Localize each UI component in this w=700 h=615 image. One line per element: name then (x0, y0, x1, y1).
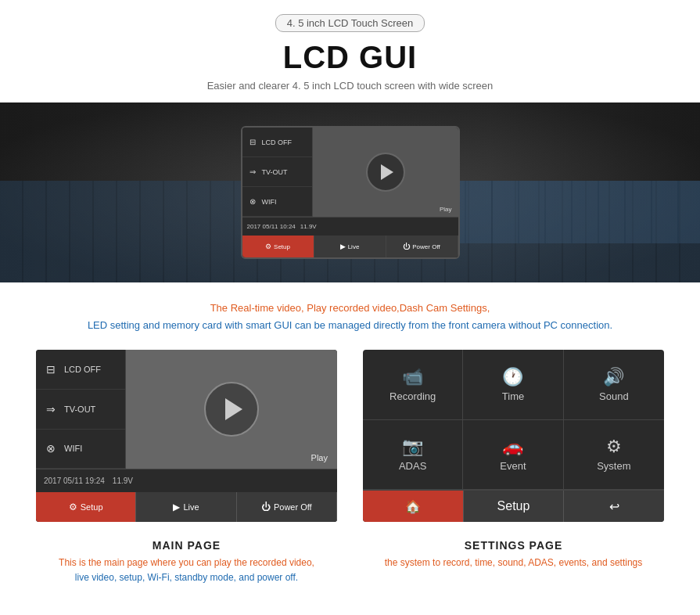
panel-live-icon: ▶ (173, 502, 180, 512)
panel-play-circle (204, 382, 259, 437)
hero-banner: ⊟ LCD OFF ⇒ TV-OUT ⊗ WIFI Play (0, 102, 700, 282)
main-screen: ⊟ LCD OFF ⇒ TV-OUT ⊗ WIFI (36, 350, 337, 522)
play-arrow-icon (381, 164, 393, 180)
recording-icon: 📹 (402, 367, 423, 387)
home-icon: 🏠 (405, 499, 421, 514)
settings-page-title: SETTINGS PAGE (363, 539, 664, 552)
system-label: System (597, 460, 630, 472)
settings-page-panel: 📹 Recording 🕐 Time 🔊 Sound 📷 ADAS 🚗 (363, 350, 664, 522)
live-icon: ▶ (340, 243, 346, 250)
panel-left-menu: ⊟ LCD OFF ⇒ TV-OUT ⊗ WIFI (36, 350, 126, 469)
panel-setup-icon: ⚙ (69, 502, 77, 512)
lcd-voltage: 11.9V (300, 223, 317, 230)
panel-wifi-icon: ⊗ (44, 442, 58, 455)
settings-cell-adas[interactable]: 📷 ADAS (363, 420, 463, 491)
setup-label: Setup (497, 499, 530, 513)
lcd-play-circle (366, 153, 405, 192)
panel-menu-tvout: ⇒ TV-OUT (36, 390, 125, 430)
adas-icon: 📷 (402, 437, 423, 457)
panel-btn-power[interactable]: ⏻ Power Off (237, 492, 337, 522)
settings-page-caption: SETTINGS PAGE the system to record, time… (363, 530, 664, 585)
event-label: Event (500, 460, 526, 472)
time-icon: 🕐 (502, 367, 523, 387)
desc-line1: The Real-time video, Play recorded video… (47, 300, 653, 317)
subtitle: Easier and clearer 4. 5 inch LCD touch s… (0, 80, 700, 92)
wifi-icon: ⊗ (247, 196, 258, 207)
lcd-bottom-bar: ⚙ Setup ▶ Live ⏻ Power Off (242, 236, 458, 257)
panel-info-bar: 2017 05/11 19:24 11.9V (36, 469, 337, 492)
panel-voltage: 11.9V (113, 477, 133, 485)
main-page-caption: MAIN PAGE This is the main page where yo… (36, 530, 337, 585)
hero-menu-item-lcd: ⊟ LCD OFF (242, 128, 312, 157)
lcd-btn-live[interactable]: ▶ Live (314, 236, 386, 257)
panel-btn-setup[interactable]: ⚙ Setup (36, 492, 136, 522)
badge-wrapper: 4. 5 inch LCD Touch Screen (0, 0, 700, 32)
time-label: Time (502, 390, 524, 402)
settings-cell-sound[interactable]: 🔊 Sound (564, 350, 664, 420)
lcd-btn-setup[interactable]: ⚙ Setup (242, 236, 314, 257)
panel-play-arrow-icon (225, 398, 242, 420)
sound-label: Sound (599, 390, 629, 402)
panel-play-area: Play (126, 350, 337, 469)
lcd-datetime: 2017 05/11 10:24 (247, 223, 296, 230)
panel-play-label: Play (311, 453, 328, 462)
main-page-caption-text: This is the main page where you can play… (36, 556, 337, 585)
hero-menu-item-tvout: ⇒ TV-OUT (242, 157, 312, 187)
panel-menu-lcd: ⊟ LCD OFF (36, 350, 125, 390)
settings-cell-recording[interactable]: 📹 Recording (363, 350, 463, 420)
page-title: LCD GUI (0, 32, 700, 80)
recording-label: Recording (389, 390, 436, 402)
lcd-info-bar: 2017 05/11 10:24 11.9V (242, 217, 458, 236)
settings-cell-system[interactable]: ⚙ System (564, 420, 664, 491)
panels-captions: MAIN PAGE This is the main page where yo… (0, 530, 700, 585)
description: The Real-time video, Play recorded video… (0, 300, 700, 334)
sound-icon: 🔊 (603, 367, 624, 387)
main-page-panel: ⊟ LCD OFF ⇒ TV-OUT ⊗ WIFI (36, 350, 337, 522)
desc-line2-text: LED setting and memory card with smart G… (88, 319, 612, 331)
lcd-play-area: Play (313, 128, 458, 217)
panel-menu-wifi: ⊗ WIFI (36, 430, 125, 469)
event-icon: 🚗 (502, 437, 523, 457)
settings-cell-time[interactable]: 🕐 Time (463, 350, 563, 420)
adas-label: ADAS (399, 460, 426, 472)
settings-btn-back[interactable]: ↩ (564, 491, 664, 522)
lcd-left-menu: ⊟ LCD OFF ⇒ TV-OUT ⊗ WIFI (242, 128, 313, 217)
panels-row: ⊟ LCD OFF ⇒ TV-OUT ⊗ WIFI (0, 350, 700, 522)
lcd-off-icon: ⊟ (247, 137, 258, 148)
panel-power-icon: ⏻ (261, 502, 271, 512)
system-icon: ⚙ (606, 437, 622, 457)
hero-menu-item-wifi: ⊗ WIFI (242, 187, 312, 217)
main-page-title: MAIN PAGE (36, 539, 337, 552)
panel-btn-live[interactable]: ▶ Live (136, 492, 236, 522)
settings-grid: 📹 Recording 🕐 Time 🔊 Sound 📷 ADAS 🚗 (363, 350, 664, 491)
lcd-device-hero: ⊟ LCD OFF ⇒ TV-OUT ⊗ WIFI Play (241, 126, 460, 259)
settings-bottom-bar: 🏠 Setup ↩ (363, 491, 664, 522)
badge-label: 4. 5 inch LCD Touch Screen (275, 14, 425, 32)
panel-tvout-icon: ⇒ (44, 403, 58, 415)
power-icon: ⏻ (403, 243, 410, 250)
tvout-icon: ⇒ (247, 167, 258, 178)
settings-screen: 📹 Recording 🕐 Time 🔊 Sound 📷 ADAS 🚗 (363, 350, 664, 522)
settings-btn-setup[interactable]: Setup (464, 491, 565, 522)
setup-icon: ⚙ (265, 243, 271, 250)
desc-line2: LED setting and memory card with smart G… (47, 317, 653, 334)
settings-btn-home[interactable]: 🏠 (363, 491, 464, 522)
lcd-screen: ⊟ LCD OFF ⇒ TV-OUT ⊗ WIFI Play (242, 128, 458, 217)
lcd-btn-power[interactable]: ⏻ Power Off (386, 236, 458, 257)
back-icon: ↩ (609, 499, 619, 514)
lcd-play-label: Play (440, 206, 452, 213)
settings-cell-event[interactable]: 🚗 Event (463, 420, 563, 491)
panel-datetime: 2017 05/11 19:24 (44, 477, 105, 485)
panel-bottom-bar: ⚙ Setup ▶ Live ⏻ Power Off (36, 492, 337, 522)
settings-page-caption-text: the system to record, time, sound, ADAS,… (363, 556, 664, 570)
panel-lcd-icon: ⊟ (44, 363, 58, 376)
screen-inner: ⊟ LCD OFF ⇒ TV-OUT ⊗ WIFI (36, 350, 337, 469)
